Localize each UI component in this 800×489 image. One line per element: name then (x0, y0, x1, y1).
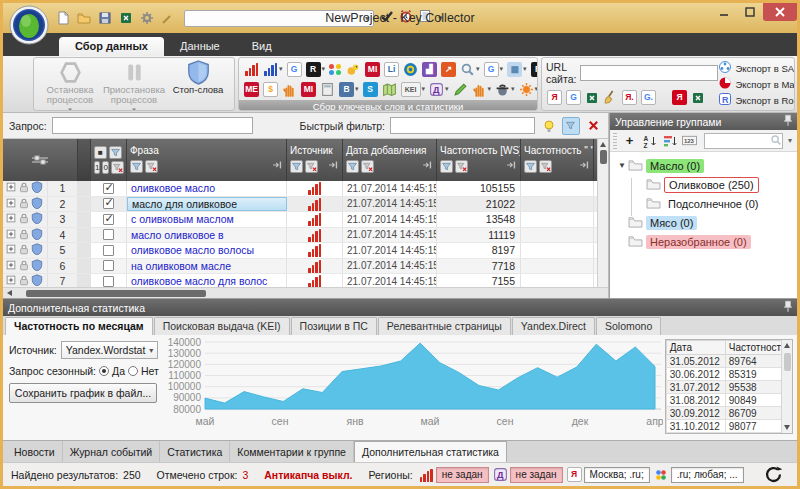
expand-icon[interactable] (5, 181, 17, 195)
minimize-button[interactable] (711, 3, 737, 21)
column-header[interactable]: Дата добавления (343, 139, 437, 181)
export-rookee-button[interactable]: RЭкспорт в Rookee▾ (718, 92, 795, 108)
column-filter-clear-icon[interactable] (305, 160, 318, 173)
vertical-scrollbar[interactable] (597, 139, 608, 287)
mini-table-row[interactable]: 31.08.201290849 (666, 394, 784, 407)
row-checkbox[interactable] (103, 229, 114, 240)
bottom-tab[interactable]: Комментарии к группе (230, 441, 354, 462)
tree-item[interactable]: Оливковое (250) (610, 175, 797, 194)
yellow-collector-icon[interactable] (345, 62, 362, 77)
tree-expander-icon[interactable]: ▼ (616, 161, 628, 170)
phrase-cell[interactable]: на оливковом масле (127, 259, 287, 274)
spy-mode-icon[interactable]: ▾ (494, 82, 516, 97)
region-badge[interactable]: не задан (510, 467, 563, 483)
clear-filter-icon[interactable] (585, 117, 602, 135)
app-menu-orb[interactable] (9, 5, 49, 45)
direct-source-icon[interactable]: Д▾ (428, 82, 450, 97)
bottom-tab[interactable]: Дополнительная статистика (354, 441, 507, 462)
column-header[interactable]: Частотность [WS] (437, 139, 521, 181)
direct-region[interactable]: Дне задан (493, 467, 563, 483)
sort-az-icon[interactable]: AZ (641, 132, 658, 149)
maximize-button[interactable] (737, 3, 763, 21)
table-row[interactable]: 6на оливковом масле21.07.2014 14:45:1577… (3, 259, 608, 275)
tree-item[interactable]: ▼Масло (0) (610, 156, 797, 175)
expand-icon[interactable] (5, 228, 17, 242)
select-all-icon[interactable]: ■ (94, 146, 107, 159)
kei-menu-icon[interactable]: KEI▾ (400, 82, 427, 97)
magic-wand-icon[interactable] (160, 10, 176, 26)
group-search-box[interactable] (704, 133, 783, 149)
filter-suggest-icon[interactable] (540, 117, 557, 135)
expand-icon[interactable] (5, 212, 17, 226)
stop-processes-button[interactable]: Остановка процессов▾ (38, 59, 102, 111)
seasonal-no-radio[interactable] (128, 366, 138, 376)
table-row[interactable]: 5оливковое масло волосы21.07.2014 14:45:… (3, 243, 608, 259)
column-filter-clear-icon[interactable] (539, 160, 552, 173)
pen-edit-icon[interactable] (452, 82, 469, 97)
row-checkbox[interactable] (103, 214, 114, 225)
orange-trend-icon[interactable]: ↗ (440, 62, 457, 77)
ribbon-tab[interactable]: Данные (164, 37, 236, 56)
color-dots-icon[interactable] (328, 64, 343, 75)
excel-positions-icon[interactable] (690, 91, 706, 105)
mini-table-row[interactable]: 31.05.201289764 (666, 355, 784, 368)
stats-tab[interactable]: Позиции в ПС (291, 317, 377, 335)
export-excel-icon[interactable] (584, 91, 600, 105)
pin-icon[interactable] (784, 114, 792, 129)
rambler-suggest-icon[interactable]: R▾ (530, 62, 538, 77)
vk-source-icon[interactable]: B▾ (338, 82, 360, 97)
column-pin-icon[interactable] (327, 157, 339, 175)
column-pin-icon[interactable] (505, 157, 517, 175)
google-keywords-icon[interactable]: G. (640, 90, 657, 105)
clean-broom-icon[interactable] (602, 90, 619, 105)
region-badge[interactable]: Москва; .ru; (584, 467, 650, 483)
skype-source-icon[interactable]: S (362, 82, 379, 97)
mini-scroll-up-icon[interactable] (784, 343, 790, 348)
mail-stats-icon[interactable]: MI (364, 62, 381, 77)
column-pin-icon[interactable] (421, 157, 433, 175)
google-suggest-icon[interactable]: G▾ (483, 62, 505, 77)
kei-calculator-icon[interactable] (319, 82, 336, 97)
column-filter-icon[interactable] (290, 160, 303, 173)
google-stats-icon[interactable]: G (286, 62, 303, 77)
export-table-icon[interactable] (118, 10, 134, 26)
table-row[interactable]: 3с оливковым маслом21.07.2014 14:45:1513… (3, 212, 608, 228)
mini-table-row[interactable]: 31.07.201295538 (666, 381, 784, 394)
settings-gear-icon[interactable] (139, 10, 155, 26)
phrase-cell[interactable]: с оливковым маслом (127, 212, 287, 227)
liveinternet-stats-icon[interactable]: Li (383, 62, 400, 77)
table-row[interactable]: 4масло оливковое в21.07.2014 14:45:15111… (3, 228, 608, 244)
expand-icon[interactable] (5, 197, 17, 211)
table-row[interactable]: 1оливковое масло21.07.2014 14:45:1510515… (3, 181, 608, 197)
quick-search-input[interactable] (185, 11, 361, 25)
purple-stats-icon[interactable]: ▟ (421, 62, 438, 77)
check-0-icon[interactable]: 0 (102, 161, 108, 174)
mini-scroll-thumb[interactable] (784, 353, 791, 371)
pause-processes-button[interactable]: Приостановка процессов▾ (102, 59, 166, 111)
ribbon-tab[interactable]: Сбор данных (59, 37, 164, 56)
wordstat-deep-icon[interactable]: ▾ (262, 62, 284, 76)
table-row[interactable]: 2масло для оливковое21.07.2014 14:45:152… (3, 197, 608, 213)
export-sape-button[interactable]: Экспорт в SAPE▾ (718, 60, 795, 76)
stats-tab[interactable]: Поисковая выдача (KEI) (154, 317, 290, 335)
task-report-icon[interactable] (418, 9, 432, 27)
stats-tab[interactable]: Релевантные страницы (378, 317, 511, 335)
quick-search-combo[interactable]: ▾ (184, 10, 374, 27)
check-1-icon[interactable]: 1 (94, 161, 100, 174)
tree-item[interactable]: Мясо (0) (610, 213, 797, 232)
hand-suggest-icon[interactable]: ▾ (471, 82, 493, 97)
column-filter-icon[interactable] (440, 160, 453, 173)
search-suggest-icon[interactable]: ▾ (459, 62, 481, 77)
quick-filter-funnel-icon[interactable] (562, 117, 579, 135)
seasonal-yes-radio[interactable] (99, 366, 109, 376)
phrase-cell[interactable]: оливковое масло (127, 181, 287, 196)
tree-item[interactable]: Неразобранное (0) (610, 232, 797, 251)
mini-table-row[interactable]: 30.09.201286709 (666, 407, 784, 420)
timer-alarm-icon[interactable] (399, 9, 413, 27)
column-filter-clear-icon[interactable] (455, 160, 468, 173)
phrase-cell[interactable]: оливковое масло для волос (127, 274, 287, 287)
rambler-stats-icon[interactable]: R▾ (305, 62, 327, 77)
bottom-tab[interactable]: Журнал событий (63, 441, 161, 462)
column-header[interactable]: Частотность " " [WS] (521, 139, 594, 181)
tree-item[interactable]: Подсолнечное (0) (610, 194, 797, 213)
